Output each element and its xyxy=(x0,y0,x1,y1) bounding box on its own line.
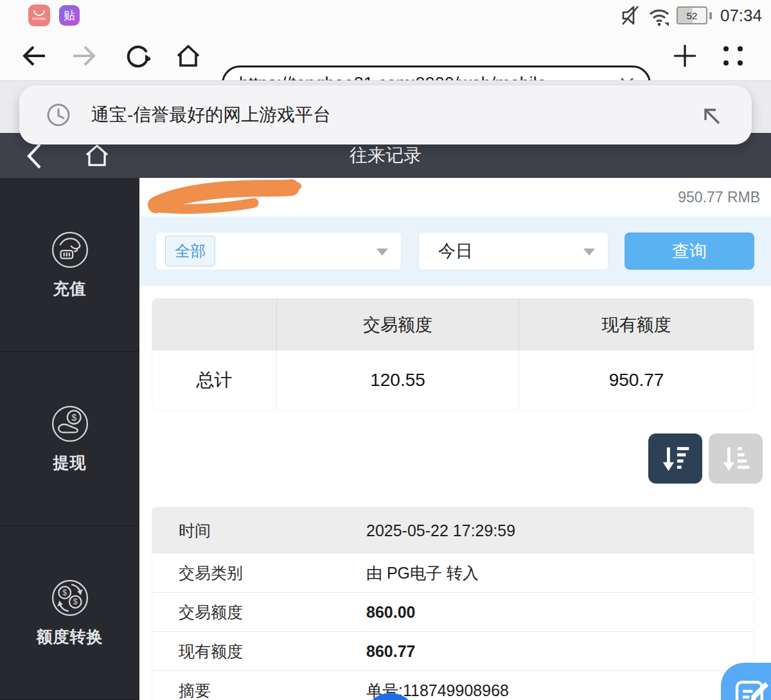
insert-arrow-icon[interactable] xyxy=(696,101,725,129)
house-icon xyxy=(82,141,112,170)
four-dots-icon xyxy=(723,46,743,66)
url-suggestion-row[interactable]: 通宝-信誉最好的网上游戏平台 xyxy=(19,85,752,144)
edit-icon xyxy=(731,673,771,700)
record-row-amount: 交易额度 860.00 xyxy=(152,593,754,632)
smile-glyph xyxy=(33,10,45,16)
tieba-app-icon: 贴 xyxy=(59,5,80,26)
sidebar-label: 充值 xyxy=(53,278,87,299)
total-label: 总计 xyxy=(152,351,276,410)
back-button[interactable] xyxy=(19,42,48,70)
header-cell-empty xyxy=(152,299,276,351)
recharge-icon xyxy=(51,231,89,269)
record-row-type: 交易类别 由 PG电子 转入 xyxy=(152,554,754,593)
page-back-button[interactable] xyxy=(23,141,45,173)
total-current-amount: 950.77 xyxy=(518,351,754,410)
wifi-icon xyxy=(648,4,671,27)
suggestion-text: 通宝-信誉最好的网上游戏平台 xyxy=(91,103,696,127)
convert-icon: $ $ xyxy=(51,579,89,617)
sidebar-label: 额度转换 xyxy=(37,626,103,647)
sort-desc-icon xyxy=(658,442,693,475)
balance-amount: 950.77 RMB xyxy=(678,178,760,216)
chevron-down-icon xyxy=(377,249,388,256)
sidebar-label: 提现 xyxy=(53,452,87,473)
record-row-label: 交易额度 xyxy=(152,602,366,623)
record-row-label: 现有额度 xyxy=(152,641,366,662)
page-home-button[interactable] xyxy=(82,141,112,172)
chevron-left-icon xyxy=(23,141,45,171)
new-tab-button[interactable] xyxy=(672,43,698,69)
record-row-value: 单号:118749908968 xyxy=(366,680,754,700)
withdraw-icon: $ xyxy=(51,405,89,443)
screen: HUAWEI 贴 52 07:34 xyxy=(0,0,771,700)
status-indicators: 52 07:34 xyxy=(620,0,762,31)
type-select[interactable]: 全部 xyxy=(156,232,401,270)
tabs-menu-button[interactable] xyxy=(723,46,743,66)
query-button[interactable]: 查询 xyxy=(625,232,754,270)
record-row-label: 交易类别 xyxy=(152,563,366,584)
record-row-label: 摘要 xyxy=(152,680,366,700)
status-time: 07:34 xyxy=(720,6,762,26)
mute-icon xyxy=(620,3,642,28)
huawei-app-icon: HUAWEI xyxy=(28,4,50,26)
record-row-value: 由 PG电子 转入 xyxy=(366,563,754,584)
notification-badges: HUAWEI 贴 xyxy=(28,4,80,26)
record-time-label: 时间 xyxy=(152,520,366,541)
huawei-label: HUAWEI xyxy=(32,17,46,21)
summary-table-total-row: 总计 120.55 950.77 xyxy=(152,351,754,410)
balance-bar: 950.77 RMB xyxy=(139,178,771,216)
summary-table-header: 交易额度 现有额度 xyxy=(152,299,754,351)
home-button[interactable] xyxy=(173,42,203,70)
history-clock-icon xyxy=(44,100,73,130)
record-header-row: 时间 2025-05-22 17:29:59 xyxy=(152,507,754,554)
refresh-button[interactable] xyxy=(122,42,150,70)
forward-arrow-icon xyxy=(71,42,99,70)
record-row-summary: 摘要 单号:118749908968 xyxy=(152,671,754,700)
sidebar-item-convert[interactable]: $ $ 额度转换 xyxy=(0,526,139,700)
svg-text:$: $ xyxy=(71,412,76,422)
main-content: 950.77 RMB 全部 今日 查询 交易额度 现有额度 总计 120.55 xyxy=(139,178,771,700)
header-cell-transaction: 交易额度 xyxy=(276,299,518,351)
compose-fab-button[interactable] xyxy=(721,663,771,700)
sort-ascending-button[interactable] xyxy=(709,433,763,484)
redaction-scribble xyxy=(145,179,306,215)
plus-icon xyxy=(672,43,698,69)
svg-text:$: $ xyxy=(73,597,77,606)
type-selected-chip: 全部 xyxy=(165,236,215,267)
header-cell-current: 现有额度 xyxy=(518,299,754,351)
sidebar-item-recharge[interactable]: 充值 xyxy=(0,178,139,352)
sort-asc-icon xyxy=(718,442,753,475)
battery-icon: 52 xyxy=(677,6,707,24)
battery-percent: 52 xyxy=(687,10,698,21)
total-transaction-amount: 120.55 xyxy=(276,351,518,410)
sidebar: 充值 $ 提现 xyxy=(0,178,139,700)
battery-nub xyxy=(709,12,712,19)
summary-table: 交易额度 现有额度 总计 120.55 950.77 xyxy=(152,299,754,410)
forward-button[interactable] xyxy=(71,42,99,70)
refresh-icon xyxy=(122,42,150,70)
svg-text:$: $ xyxy=(62,588,67,597)
date-select[interactable]: 今日 xyxy=(419,232,608,270)
sort-descending-button[interactable] xyxy=(648,433,702,484)
record-row-value: 860.77 xyxy=(366,642,754,661)
home-icon xyxy=(173,42,203,70)
sidebar-item-withdraw[interactable]: $ 提现 xyxy=(0,352,139,526)
filter-bar: 全部 今日 查询 xyxy=(139,216,771,286)
status-bar: HUAWEI 贴 52 07:34 xyxy=(0,0,771,31)
browser-toolbar: https://tongbao31.com:9900/web/mobile xyxy=(0,31,771,80)
chevron-down-icon xyxy=(583,249,595,256)
record-row-value: 860.00 xyxy=(366,603,754,622)
transaction-record-card[interactable]: 时间 2025-05-22 17:29:59 交易类别 由 PG电子 转入 交易… xyxy=(152,507,754,700)
date-selected-value: 今日 xyxy=(438,240,473,263)
back-arrow-icon xyxy=(19,42,48,70)
record-row-balance: 现有额度 860.77 xyxy=(152,632,754,671)
record-time-value: 2025-05-22 17:29:59 xyxy=(366,521,754,540)
